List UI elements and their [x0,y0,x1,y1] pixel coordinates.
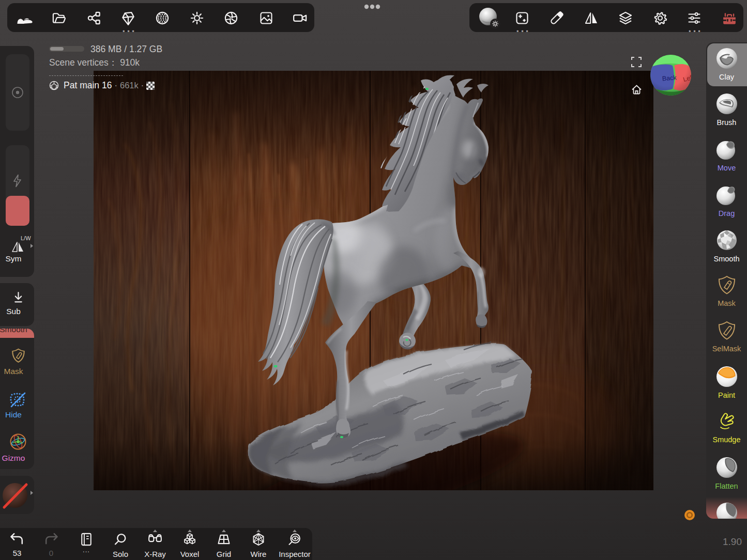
svg-text:Back: Back [662,74,677,82]
